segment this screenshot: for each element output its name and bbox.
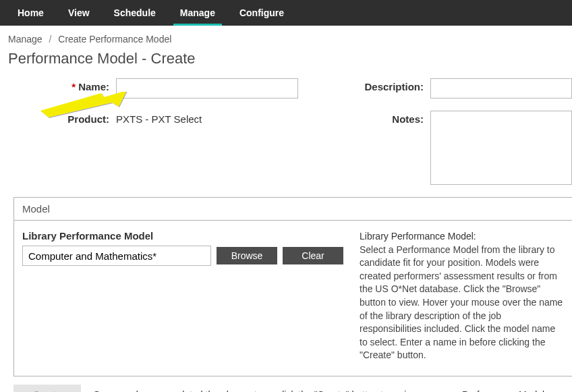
form-area: *Name: Description: Product: PXTS - PXT … — [0, 78, 572, 185]
library-model-label: Library Performance Model — [22, 230, 343, 242]
product-label: Product: — [8, 111, 116, 125]
library-model-help-title: Library Performance Model: — [360, 230, 564, 244]
library-model-help-text: Select a Performance Model from the libr… — [360, 244, 564, 362]
name-input[interactable] — [116, 78, 298, 99]
footer-instruction: Once you have completed the above steps,… — [93, 389, 547, 392]
nav-schedule[interactable]: Schedule — [102, 0, 168, 26]
breadcrumb-parent[interactable]: Manage — [8, 34, 42, 45]
name-label: *Name: — [8, 78, 116, 92]
notes-input[interactable] — [430, 111, 572, 185]
create-button[interactable]: Create — [13, 385, 81, 392]
footer: Create Once you have completed the above… — [0, 376, 572, 392]
breadcrumb-current: Create Performance Model — [58, 34, 171, 45]
model-panel: Model Library Performance Model Browse C… — [13, 197, 572, 376]
library-model-help: Library Performance Model: Select a Perf… — [360, 230, 564, 362]
browse-button[interactable]: Browse — [217, 247, 277, 264]
breadcrumb: Manage / Create Performance Model — [0, 26, 572, 47]
description-input[interactable] — [430, 78, 572, 99]
breadcrumb-sep: / — [49, 34, 51, 45]
product-value: PXTS - PXT Select — [116, 111, 202, 125]
notes-label: Notes: — [319, 111, 430, 125]
description-label: Description: — [319, 78, 430, 92]
clear-button[interactable]: Clear — [283, 247, 343, 264]
library-model-input[interactable] — [22, 246, 211, 266]
nav-configure[interactable]: Configure — [227, 0, 296, 26]
nav-view[interactable]: View — [56, 0, 102, 26]
top-nav: Home View Schedule Manage Configure — [0, 0, 572, 26]
page-title: Performance Model - Create — [0, 47, 572, 78]
nav-home[interactable]: Home — [5, 0, 56, 26]
nav-manage[interactable]: Manage — [168, 0, 227, 26]
model-panel-header: Model — [14, 198, 572, 221]
